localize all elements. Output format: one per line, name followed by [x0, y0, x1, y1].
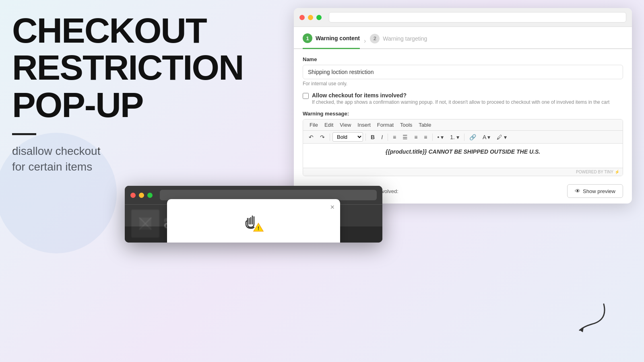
name-field-label: Name [303, 56, 623, 62]
powered-by-tiny: POWERED BY TINY [576, 170, 613, 174]
modal-box: × ! [167, 199, 340, 243]
align-right-button[interactable]: ≡ [412, 133, 420, 141]
allow-checkout-checkbox[interactable] [303, 93, 309, 99]
show-preview-label: Show preview [583, 188, 615, 194]
traffic-light-yellow[interactable] [308, 15, 313, 20]
menu-table[interactable]: Table [415, 121, 434, 129]
menu-format[interactable]: Format [374, 121, 397, 129]
popup-tl-green[interactable] [147, 193, 153, 198]
undo-button[interactable]: ↶ [306, 133, 316, 141]
menu-edit[interactable]: Edit [321, 121, 336, 129]
title-line2: RESTRICTION [12, 47, 243, 87]
numbered-list-button[interactable]: 1. ▾ [448, 133, 462, 141]
name-helper-text: For internal use only. [303, 81, 623, 86]
menu-insert[interactable]: Insert [354, 121, 374, 129]
traffic-light-green[interactable] [316, 15, 322, 20]
highlight-button[interactable]: 🖊 ▾ [494, 133, 509, 141]
editor-menubar: File Edit View Insert Format Tools Table [303, 119, 623, 131]
step2-number: 2 [370, 34, 380, 43]
traffic-light-red[interactable] [299, 15, 305, 20]
step2-label: Warning targeting [383, 35, 427, 42]
title-line3: POP-UP [12, 85, 143, 125]
editor-footer: POWERED BY TINY ⚡ [303, 168, 623, 176]
form-area: Name For internal use only. Allow checko… [294, 49, 632, 180]
warning-icon: ! [179, 211, 328, 240]
popup-background: (Prop65 California Warning Demo) Camp St… [125, 205, 382, 243]
wizard-step-1[interactable]: 1 Warning content [303, 33, 360, 49]
italic-button[interactable]: I [379, 133, 385, 141]
menu-tools[interactable]: Tools [397, 121, 415, 129]
browser-main: 1 Warning content › 2 Warning targeting … [294, 8, 632, 204]
divider [12, 133, 36, 135]
tiny-icon: ⚡ [615, 170, 619, 174]
text-color-button[interactable]: A ▾ [480, 133, 493, 141]
arrow-decoration [572, 296, 612, 338]
link-button[interactable]: 🔗 [467, 133, 479, 141]
editor-content: {{product.title}} CANNOT BE SHIPPED OUTS… [308, 148, 618, 155]
align-left-button[interactable]: ≡ [390, 133, 398, 141]
allow-checkout-row: Allow checkout for items involved? If ch… [303, 92, 623, 105]
align-center-button[interactable]: ☰ [400, 133, 410, 141]
editor-toolbar: ↶ ↷ Bold Normal B I ≡ ☰ ≡ ≡ • [303, 131, 623, 144]
editor-body[interactable]: {{product.title}} CANNOT BE SHIPPED OUTS… [303, 144, 623, 168]
toolbar-divider-3 [388, 134, 388, 141]
warning-message-label: Warning message: [303, 111, 623, 117]
modal-overlay: × ! [125, 226, 382, 243]
popup-tl-red[interactable] [130, 193, 136, 198]
warning-hand-icon: ! [242, 211, 266, 235]
bullet-list-button[interactable]: • ▾ [435, 133, 446, 141]
checkbox-content: Allow checkout for items involved? If ch… [312, 92, 609, 105]
browser-popup: (Prop65 California Warning Demo) Camp St… [125, 186, 382, 243]
browser-address-bar[interactable] [329, 12, 626, 23]
title-line1: CHECKOUT [12, 10, 206, 50]
menu-view[interactable]: View [336, 121, 354, 129]
checkbox-label: Allow checkout for items involved? [312, 92, 609, 99]
browser-titlebar [294, 8, 632, 27]
modal-close-button[interactable]: × [330, 203, 334, 212]
browser-content: 1 Warning content › 2 Warning targeting … [294, 27, 632, 204]
svg-text:!: ! [258, 226, 259, 231]
toolbar-divider-5 [464, 134, 464, 141]
wizard-steps: 1 Warning content › 2 Warning targeting [294, 27, 632, 49]
name-input[interactable] [303, 65, 623, 79]
redo-button[interactable]: ↷ [318, 133, 327, 141]
curved-arrow-svg [572, 296, 612, 336]
main-title: CHECKOUT RESTRICTION POP-UP [12, 12, 237, 123]
toolbar-divider-2 [365, 134, 366, 141]
checkbox-desc: If checked, the app shows a confirmation… [312, 99, 609, 105]
toolbar-divider-1 [330, 134, 330, 141]
menu-file[interactable]: File [306, 121, 321, 129]
step1-number: 1 [303, 33, 312, 43]
bold-button[interactable]: B [368, 133, 377, 141]
popup-tl-yellow[interactable] [139, 193, 144, 198]
deco-circle [0, 133, 117, 253]
show-preview-button[interactable]: 👁 Show preview [567, 184, 623, 198]
wizard-step-2[interactable]: 2 Warning targeting [370, 34, 427, 48]
align-justify-button[interactable]: ≡ [421, 133, 429, 141]
font-style-select[interactable]: Bold Normal [332, 132, 363, 142]
step-arrow: › [364, 37, 366, 45]
rich-text-editor: File Edit View Insert Format Tools Table… [303, 119, 623, 176]
preview-eye-icon: 👁 [575, 188, 580, 194]
left-panel: CHECKOUT RESTRICTION POP-UP disallow che… [12, 12, 237, 175]
toolbar-divider-4 [432, 134, 433, 141]
step1-label: Warning content [316, 35, 360, 41]
